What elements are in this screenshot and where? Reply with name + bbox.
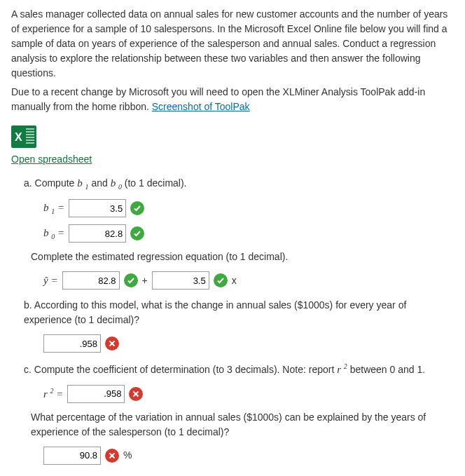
percent-sign: % — [123, 448, 132, 463]
input-b1[interactable] — [69, 199, 126, 217]
check-icon — [130, 201, 144, 215]
var-b0: b 0 — [111, 177, 122, 189]
text: c. Compute the coefficient of determinat… — [24, 364, 337, 375]
input-eq-b0[interactable] — [62, 271, 120, 290]
input-b-answer[interactable] — [43, 334, 101, 353]
part-b-prompt: b. According to this model, what is the … — [24, 298, 454, 327]
text: between 0 and 1. — [347, 364, 425, 375]
cross-icon — [105, 336, 119, 351]
check-icon — [124, 273, 138, 287]
label-b0: b 0 = — [43, 225, 64, 242]
input-r2[interactable] — [67, 385, 125, 403]
part-c-prompt: c. Compute the coefficient of determinat… — [24, 361, 454, 378]
x-var: x — [232, 273, 237, 288]
excel-icon[interactable] — [11, 125, 36, 148]
var-r2: r 2 — [337, 364, 347, 375]
text: (to 1 decimal). — [122, 177, 187, 189]
var-b1: b 1 — [77, 177, 88, 189]
input-pct[interactable] — [43, 447, 101, 465]
check-icon — [214, 273, 228, 287]
cross-icon — [129, 387, 143, 401]
toolpak-paragraph: Due to a recent change by Microsoft you … — [11, 85, 454, 114]
text: a. Compute — [24, 177, 77, 189]
cross-icon — [105, 449, 119, 463]
check-icon — [130, 226, 144, 240]
label-b1: b 1 = — [43, 200, 64, 217]
input-b0[interactable] — [69, 224, 126, 243]
part-a-prompt: a. Compute b 1 and b 0 (to 1 decimal). — [24, 175, 454, 192]
intro-paragraph: A sales manager collected data on annual… — [11, 7, 454, 81]
text: and — [89, 177, 111, 189]
open-spreadsheet-link[interactable]: Open spreadsheet — [11, 154, 92, 165]
input-eq-b1[interactable] — [152, 271, 209, 290]
screenshot-link[interactable]: Screenshot of ToolPak — [152, 101, 250, 112]
plus-sign: + — [142, 273, 148, 288]
label-r2: r 2 = — [43, 386, 63, 402]
eq-prompt: Complete the estimated regression equati… — [31, 250, 454, 264]
part-c-q2: What percentage of the variation in annu… — [31, 410, 454, 440]
label-yhat: ŷ = — [43, 273, 58, 289]
